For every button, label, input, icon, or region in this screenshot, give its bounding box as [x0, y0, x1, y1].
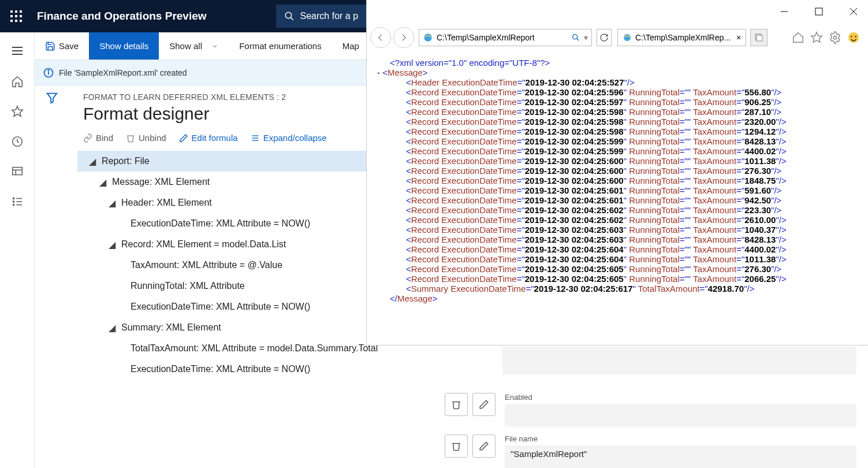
tree-label: ExecutionDateTime: XML Attribute = NOW()	[131, 302, 310, 312]
chevron-down-icon	[211, 43, 218, 50]
app-title: Finance and Operations Preview	[37, 10, 207, 23]
tree-label: TaxAmount: XML Attribute = @.Value	[131, 260, 282, 270]
ie-logo-icon	[623, 33, 632, 42]
clock-icon[interactable]	[11, 135, 24, 148]
home-icon[interactable]	[11, 75, 24, 88]
tree-label: RunningTotal: XML Attribute	[131, 281, 245, 291]
svg-rect-5	[20, 15, 22, 17]
property-field-empty	[502, 347, 856, 374]
minimize-button[interactable]	[774, 3, 794, 20]
smiley-icon[interactable]	[847, 31, 860, 44]
search-icon	[284, 11, 295, 21]
home-icon[interactable]	[792, 31, 804, 44]
format-enum-label: Format enumerations	[239, 41, 322, 51]
svg-rect-33	[815, 8, 822, 15]
map-label: Map	[342, 41, 359, 51]
bind-label: Bind	[96, 133, 113, 143]
delete-property-button[interactable]	[445, 393, 468, 416]
tree-label: Report: File	[102, 156, 150, 166]
trash-icon	[451, 441, 461, 451]
star-icon[interactable]	[810, 31, 823, 44]
workspace-icon[interactable]	[11, 165, 24, 178]
close-button[interactable]	[844, 3, 863, 20]
refresh-button[interactable]	[597, 29, 612, 46]
address-bar[interactable]: C:\Temp\SampleXmlReport ▾	[419, 29, 592, 46]
expand-collapse-button[interactable]: Expand/collapse	[251, 133, 327, 143]
funnel-icon[interactable]	[46, 91, 58, 104]
delete-property-button[interactable]	[445, 434, 468, 458]
gear-icon[interactable]	[829, 31, 841, 44]
waffle-icon[interactable]	[0, 0, 32, 32]
svg-point-19	[13, 198, 14, 199]
trash-icon	[126, 133, 135, 143]
pencil-icon	[179, 133, 188, 143]
ie-titlebar	[367, 0, 868, 23]
svg-point-27	[48, 70, 49, 71]
svg-rect-16	[12, 168, 22, 175]
tree-label: Header: XML Element	[121, 198, 212, 208]
browser-tab[interactable]: C:\Temp\SampleXmlRep... ×	[617, 29, 746, 46]
svg-line-38	[577, 39, 579, 40]
hamburger-icon[interactable]	[10, 44, 25, 58]
svg-marker-14	[12, 106, 22, 116]
bind-button[interactable]: Bind	[83, 133, 113, 143]
svg-point-44	[848, 32, 859, 43]
filename-field[interactable]: "SampleXmlReport"	[505, 445, 856, 468]
svg-point-45	[851, 36, 852, 38]
property-enabled-row: Enabled	[445, 393, 868, 427]
info-icon	[43, 67, 54, 79]
svg-point-21	[13, 204, 14, 205]
edit-formula-button[interactable]: Edit formula	[179, 133, 238, 143]
svg-marker-28	[47, 94, 57, 103]
svg-rect-8	[20, 20, 22, 22]
list-icon	[251, 133, 260, 143]
tree-label: Summary: XML Element	[121, 322, 221, 333]
svg-point-20	[13, 201, 14, 202]
svg-line-10	[290, 17, 293, 20]
svg-rect-4	[15, 15, 17, 17]
enabled-label: Enabled	[505, 393, 868, 402]
filename-value: "SampleXmlReport"	[511, 449, 587, 459]
search-input[interactable]: Search for a p	[276, 5, 367, 28]
back-button[interactable]	[370, 27, 391, 48]
svg-point-46	[855, 36, 856, 38]
save-button[interactable]: Save	[35, 32, 89, 60]
left-nav-rail	[0, 32, 35, 468]
edit-label: Edit formula	[192, 133, 238, 143]
forward-button[interactable]	[393, 27, 414, 48]
svg-point-9	[285, 12, 292, 18]
show-all-label: Show all	[169, 41, 202, 51]
enabled-field[interactable]	[505, 404, 856, 427]
close-tab-icon[interactable]: ×	[736, 33, 741, 42]
link-icon	[83, 133, 92, 143]
tree-label: Record: XML Element = model.Data.List	[121, 239, 286, 250]
map-button[interactable]: Map	[332, 32, 370, 60]
svg-point-43	[833, 36, 837, 39]
new-tab-button[interactable]	[750, 29, 768, 46]
star-icon[interactable]	[11, 105, 24, 118]
ie-logo-icon	[423, 32, 433, 43]
ie-toolbar: C:\Temp\SampleXmlReport ▾ C:\Temp\Sample…	[367, 23, 868, 52]
ie-window: C:\Temp\SampleXmlReport ▾ C:\Temp\Sample…	[366, 0, 868, 346]
format-enum-button[interactable]: Format enumerations	[229, 32, 332, 60]
edit-property-button[interactable]	[472, 434, 496, 458]
show-all-button[interactable]: Show all	[159, 32, 229, 60]
modules-icon[interactable]	[11, 195, 24, 208]
maximize-button[interactable]	[809, 3, 829, 20]
svg-marker-42	[811, 32, 822, 42]
save-icon	[45, 41, 55, 51]
pencil-icon	[479, 399, 489, 410]
trash-icon	[451, 399, 461, 410]
tree-label: ExecutionDateTime: XML Attribute = NOW()	[131, 218, 310, 229]
pencil-icon	[479, 441, 489, 451]
property-filename-row: File name "SampleXmlReport"	[445, 434, 868, 468]
unbind-button[interactable]: Unbind	[126, 133, 166, 143]
tab-label: C:\Temp\SampleXmlRep...	[635, 33, 731, 42]
edit-property-button[interactable]	[472, 393, 496, 416]
svg-rect-2	[20, 10, 22, 13]
search-icon	[571, 33, 580, 42]
tree-label: ExecutionDateTime: XML Attribute = NOW()	[131, 364, 310, 374]
expand-label: Expand/collapse	[263, 133, 327, 143]
info-text: File 'SampleXmlReport.xml' created	[59, 68, 187, 77]
show-details-button[interactable]: Show details	[89, 32, 159, 60]
